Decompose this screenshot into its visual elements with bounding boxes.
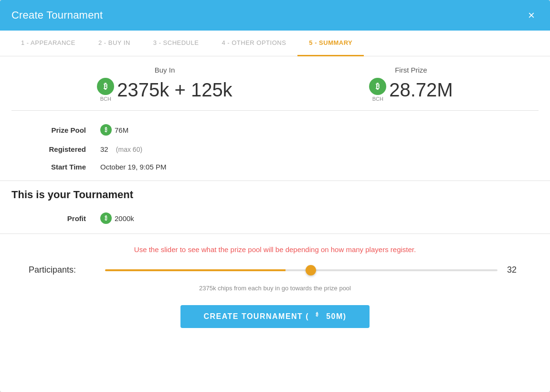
close-button[interactable]: × (524, 8, 539, 23)
starttime-label: Start Time (29, 163, 86, 171)
registered-value: 32 (max 60) (100, 145, 142, 153)
buyin-amount-row: ₿ BCH 2375k + 125k (97, 78, 232, 102)
profit-value: ₿ 2000k (100, 212, 134, 224)
create-tournament-button[interactable]: CREATE TOURNAMENT ( ₿ 50M) (180, 305, 369, 328)
firstprize-bch-icon: ₿ (369, 78, 386, 95)
slider-hint: Use the slider to see what the prize poo… (0, 234, 550, 261)
firstprize-amount: 28.72M (389, 79, 453, 101)
prizepool-value: ₿ 76M (100, 124, 128, 136)
participants-slider[interactable] (105, 269, 497, 271)
your-tournament-title: This is your Tournament (0, 180, 550, 206)
tab-appearance[interactable]: 1 - APPEARANCE (10, 31, 87, 56)
profit-section: Profit ₿ 2000k (0, 206, 550, 234)
participants-label: Participants: (29, 265, 95, 275)
modal-title: Create Tournament (11, 9, 103, 21)
firstprize-col: First Prize ₿ BCH 28.72M (369, 66, 453, 102)
info-section: Prize Pool ₿ 76M Registered 32 (max 60) … (0, 115, 550, 180)
create-bch-icon: ₿ (313, 312, 322, 321)
modal-body: Buy In ₿ BCH 2375k + 125k First Prize (0, 56, 550, 392)
buyin-bch-icon: ₿ (97, 78, 114, 95)
modal-header: Create Tournament × (0, 0, 550, 31)
prizepool-label: Prize Pool (29, 126, 86, 134)
buyin-icon-col: ₿ BCH (97, 78, 114, 102)
firstprize-icon-col: ₿ BCH (369, 78, 386, 102)
firstprize-amount-row: ₿ BCH 28.72M (369, 78, 453, 102)
participants-value: 32 (507, 265, 521, 275)
tab-buyin[interactable]: 2 - BUY IN (87, 31, 142, 56)
create-button-wrap: CREATE TOURNAMENT ( ₿ 50M) (0, 301, 550, 338)
starttime-row: Start Time October 19, 9:05 PM (29, 158, 521, 176)
starttime-value: October 19, 9:05 PM (100, 163, 166, 171)
registered-label: Registered (29, 145, 86, 153)
tab-schedule[interactable]: 3 - SCHEDULE (142, 31, 211, 56)
summary-top: Buy In ₿ BCH 2375k + 125k First Prize (0, 56, 550, 106)
create-tournament-modal: Create Tournament × 1 - APPEARANCE 2 - B… (0, 0, 550, 392)
participants-row: Participants: 32 (0, 261, 550, 283)
profit-bch-icon: ₿ (100, 212, 112, 224)
tabs-container: 1 - APPEARANCE 2 - BUY IN 3 - SCHEDULE 4… (0, 31, 550, 56)
registered-row: Registered 32 (max 60) (29, 140, 521, 158)
slider-note: 2375k chips from each buy in go towards … (0, 283, 550, 301)
profit-row: Profit ₿ 2000k (29, 208, 521, 229)
divider-1 (11, 110, 539, 111)
buyin-currency: BCH (100, 96, 111, 102)
buyin-label: Buy In (155, 66, 175, 74)
firstprize-currency: BCH (372, 96, 383, 102)
tab-summary[interactable]: 5 - SUMMARY (297, 31, 364, 56)
buyin-col: Buy In ₿ BCH 2375k + 125k (97, 66, 232, 102)
tab-other[interactable]: 4 - OTHER OPTIONS (210, 31, 297, 56)
prizepool-bch-icon: ₿ (100, 124, 112, 136)
buyin-amount: 2375k + 125k (117, 79, 232, 101)
prizepool-row: Prize Pool ₿ 76M (29, 119, 521, 140)
profit-label: Profit (29, 214, 86, 222)
firstprize-label: First Prize (395, 66, 427, 74)
